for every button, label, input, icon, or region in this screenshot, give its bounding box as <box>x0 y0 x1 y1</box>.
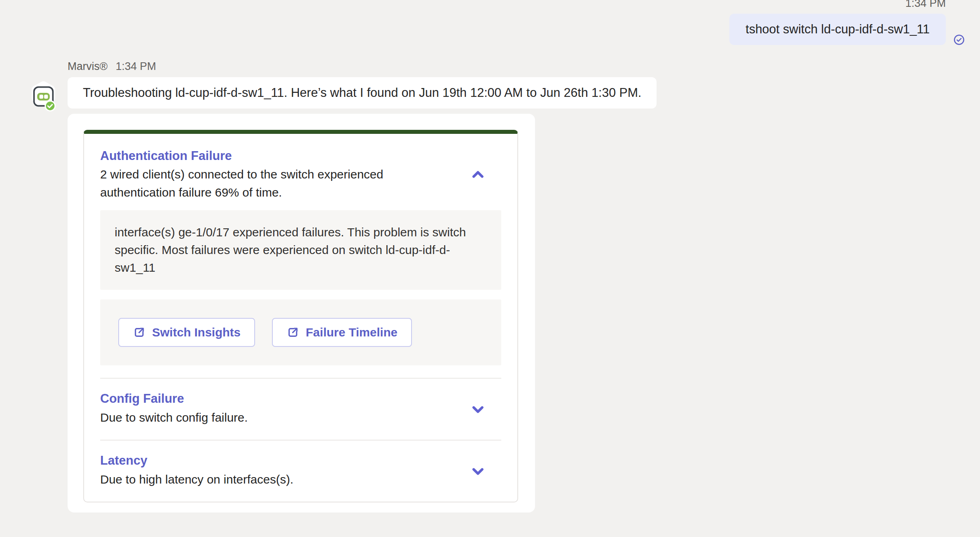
section-title-latency: Latency <box>100 453 293 468</box>
section-summary-config-failure: Due to switch config failure. <box>100 409 248 426</box>
switch-insights-label: Switch Insights <box>152 326 241 339</box>
section-title-authentication-failure: Authentication Failure <box>100 149 501 163</box>
sent-message-text: tshoot switch ld-cup-idf-d-sw1_11 <box>745 22 930 37</box>
section-authentication-failure: Authentication Failure 2 wired client(s)… <box>100 149 501 365</box>
sent-message-timestamp: 1:34 PM <box>905 0 946 10</box>
troubleshoot-card: Authentication Failure 2 wired client(s)… <box>83 130 518 502</box>
expand-section-button[interactable] <box>469 400 487 418</box>
chevron-down-icon <box>470 402 486 417</box>
section-config-failure: Config Failure Due to switch config fail… <box>100 379 501 440</box>
section-latency: Latency Due to high latency on interface… <box>100 441 501 502</box>
collapse-section-button[interactable] <box>469 166 487 184</box>
sent-message-bubble: tshoot switch ld-cup-idf-d-sw1_11 <box>729 14 946 45</box>
section-summary-authentication-failure: 2 wired client(s) connected to the switc… <box>100 165 454 201</box>
bot-message-text: Troubleshooting ld-cup-idf-d-sw1_11. Her… <box>83 86 641 100</box>
section-title-config-failure: Config Failure <box>100 391 248 406</box>
bot-message-bubble: Troubleshooting ld-cup-idf-d-sw1_11. Her… <box>68 77 657 109</box>
bot-message-timestamp: 1:34 PM <box>115 60 156 73</box>
card-actions: Switch Insights Failure Timeline <box>100 299 501 365</box>
external-link-icon <box>286 326 299 339</box>
message-header: Marvis® 1:34 PM <box>68 60 156 73</box>
marvis-bot-avatar <box>29 81 58 112</box>
failure-detail-text: interface(s) ge-1/0/17 experienced failu… <box>115 225 466 274</box>
chevron-down-icon <box>470 463 486 479</box>
expand-section-button[interactable] <box>469 462 487 480</box>
failure-detail-box: interface(s) ge-1/0/17 experienced failu… <box>100 210 501 290</box>
failure-timeline-label: Failure Timeline <box>306 326 397 339</box>
switch-insights-button[interactable]: Switch Insights <box>118 318 255 347</box>
chevron-up-icon <box>470 167 486 182</box>
presence-available-icon <box>45 101 55 111</box>
external-link-icon <box>133 326 146 339</box>
bot-card-container: Authentication Failure 2 wired client(s)… <box>68 114 535 512</box>
failure-timeline-button[interactable]: Failure Timeline <box>272 318 412 347</box>
section-summary-latency: Due to high latency on interfaces(s). <box>100 471 293 488</box>
bot-name: Marvis® <box>68 60 107 73</box>
delivered-check-circle-icon <box>953 34 965 45</box>
